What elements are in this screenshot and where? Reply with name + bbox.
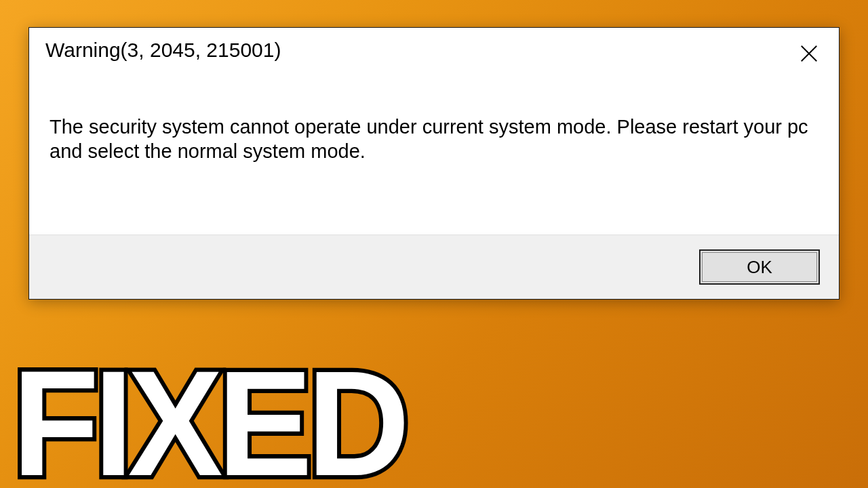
titlebar: Warning(3, 2045, 215001) (29, 28, 839, 75)
close-button[interactable] (793, 37, 825, 70)
dialog-message: The security system cannot operate under… (50, 115, 818, 164)
ok-button[interactable]: OK (699, 249, 820, 285)
dialog-title: Warning(3, 2045, 215001) (45, 36, 281, 62)
button-area: OK (29, 235, 839, 299)
dialog-content: The security system cannot operate under… (29, 75, 839, 178)
warning-dialog: Warning(3, 2045, 215001) The security sy… (28, 27, 840, 300)
overlay-fixed-text: FIXED (12, 349, 404, 488)
close-icon (799, 43, 819, 64)
